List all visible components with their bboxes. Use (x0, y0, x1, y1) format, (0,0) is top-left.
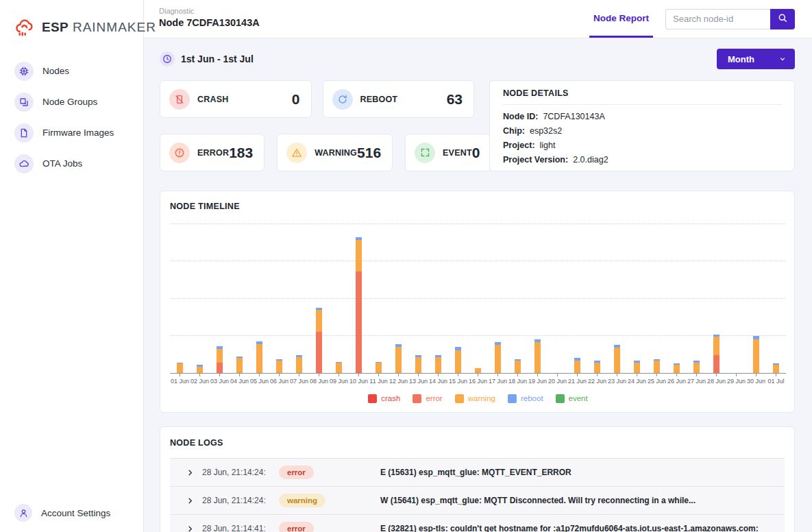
x-slot: 09 Jun (329, 374, 349, 385)
x-tick (696, 374, 697, 376)
period-dropdown[interactable]: Month (717, 49, 795, 69)
bar-slot-03-jun (210, 223, 230, 373)
stacked-bar (395, 344, 402, 373)
stat-label: EVENT (443, 148, 472, 158)
stacked-bar (415, 355, 421, 373)
legend-item-warning: warning (455, 394, 495, 403)
x-label: 27 Jun (687, 378, 706, 385)
stacked-bar (276, 359, 282, 373)
node-details-fields: Node ID:7CDFA130143AChip:esp32s2Project:… (503, 110, 782, 167)
stacked-bar (217, 346, 223, 373)
x-tick (219, 374, 220, 376)
bar-slot-04-jun (230, 223, 249, 373)
sidebar-item-label: Node Groups (42, 97, 97, 107)
tab-node-report[interactable]: Node Report (589, 0, 653, 38)
bar-slot-24-jun (627, 223, 647, 373)
sidebar-item-account-settings[interactable]: Account Settings (0, 498, 110, 528)
x-slot: 14 Jun (428, 374, 448, 385)
rainmaker-cloud-icon (12, 16, 38, 38)
content: 1st Jun - 1st Jul Month CRASH0REBOOT63 E… (144, 38, 812, 532)
search-icon (777, 12, 788, 25)
bar-slot-02-jun (190, 223, 210, 373)
x-tick (279, 374, 280, 376)
x-tick (676, 374, 677, 376)
segment-warning (574, 361, 580, 373)
bar-slot-25-jun (647, 223, 667, 373)
sidebar-item-node-groups[interactable]: Node Groups (0, 86, 143, 117)
legend-label: crash (381, 394, 400, 402)
detail-label: Project: (503, 141, 535, 150)
stat-value: 0 (472, 145, 480, 161)
stacked-bar (773, 363, 779, 373)
x-tick (656, 374, 657, 376)
sidebar-item-label: Firmware Images (42, 128, 114, 138)
segment-error (356, 271, 362, 373)
log-level-badge: warning (279, 494, 325, 507)
bar-slot-09-jun (329, 223, 349, 373)
chevron-right-icon[interactable] (186, 497, 194, 505)
x-tick (478, 374, 478, 376)
x-tick (398, 374, 399, 376)
stat-card-warning: WARNING516 (277, 134, 393, 171)
warning-icon (286, 143, 307, 163)
x-slot: 13 Jun (408, 374, 428, 385)
search-input[interactable] (665, 9, 770, 29)
bar-slot-21-jun (567, 223, 587, 373)
x-slot: 24 Jun (627, 374, 647, 385)
sidebar-item-firmware-images[interactable]: Firmware Images (0, 117, 143, 148)
search-button[interactable] (770, 9, 795, 29)
detail-value: esp32s2 (530, 126, 562, 136)
chevron-right-icon[interactable] (186, 469, 194, 476)
stacked-bar (197, 365, 203, 373)
stat-value: 63 (447, 91, 463, 108)
x-label: 02 Jun (190, 378, 210, 385)
stacked-bar (316, 308, 322, 373)
x-slot: 22 Jun (587, 374, 607, 385)
log-message: E (15631) esp_mqtt_glue: MQTT_EVENT_ERRO… (380, 468, 571, 477)
bars (170, 223, 786, 373)
stacked-bar (455, 347, 461, 373)
page-title: Node 7CDFA130143A (159, 17, 260, 28)
stat-card-reboot: REBOOT63 (323, 80, 475, 118)
x-label: 01 Jul (766, 378, 786, 385)
detail-value: 2.0.diag2 (573, 155, 608, 165)
segment-warning (435, 357, 441, 373)
log-row[interactable]: 28 Jun, 21:14:24:errorE (15631) esp_mqtt… (170, 459, 785, 487)
main-area: Diagnostic Node 7CDFA130143A Node Report… (144, 0, 812, 532)
x-tick (180, 374, 180, 376)
log-row[interactable]: 28 Jun, 21:14:24:warningW (15641) esp_mq… (170, 487, 785, 515)
x-label: 19 Jun (528, 378, 548, 385)
sidebar-item-nodes[interactable]: Nodes (0, 56, 143, 86)
stacked-bar (356, 237, 362, 373)
x-label: 15 Jun (448, 378, 468, 385)
detail-node-id-: Node ID:7CDFA130143A (503, 110, 782, 124)
x-slot: 25 Jun (647, 374, 667, 385)
sidebar-item-ota-jobs[interactable]: OTA Jobs (0, 148, 143, 179)
app: ESP RAINMAKER NodesNode GroupsFirmware I… (0, 0, 812, 532)
x-tick (418, 374, 419, 376)
x-slot: 04 Jun (230, 374, 249, 385)
chevron-right-icon[interactable] (186, 525, 194, 532)
brand-rainmaker: RAINMAKER (73, 20, 156, 35)
log-timestamp: 28 Jun, 21:14:41: (202, 524, 279, 532)
sidebar-nav: NodesNode GroupsFirmware ImagesOTA Jobs (0, 56, 143, 179)
node-timeline-panel: NODE TIMELINE 01 Jun02 Jun03 Jun04 Jun05… (160, 191, 795, 413)
sidebar: ESP RAINMAKER NodesNode GroupsFirmware I… (0, 0, 144, 532)
timeline-chart: 01 Jun02 Jun03 Jun04 Jun05 Jun06 Jun07 J… (170, 223, 786, 404)
legend-item-event: event (556, 394, 588, 403)
x-slot: 02 Jun (190, 374, 210, 385)
log-row[interactable]: 28 Jun, 21:14:41:errorE (32821) esp-tls:… (170, 515, 785, 532)
stacked-bar (614, 345, 620, 373)
x-tick (319, 374, 319, 376)
detail-chip-: Chip:esp32s2 (503, 124, 782, 138)
x-label: 11 Jun (369, 378, 389, 385)
x-slot: 01 Jul (766, 374, 786, 385)
bar-slot-17-jun (488, 223, 508, 373)
x-label: 10 Jun (349, 378, 369, 385)
log-badge-wrap: warning (279, 494, 342, 507)
detail-project-: Project:light (503, 138, 782, 153)
header-right: Node Report (589, 0, 795, 38)
node-groups-icon (14, 93, 34, 112)
x-label: 28 Jun (706, 378, 726, 385)
stacked-bar (594, 361, 600, 373)
